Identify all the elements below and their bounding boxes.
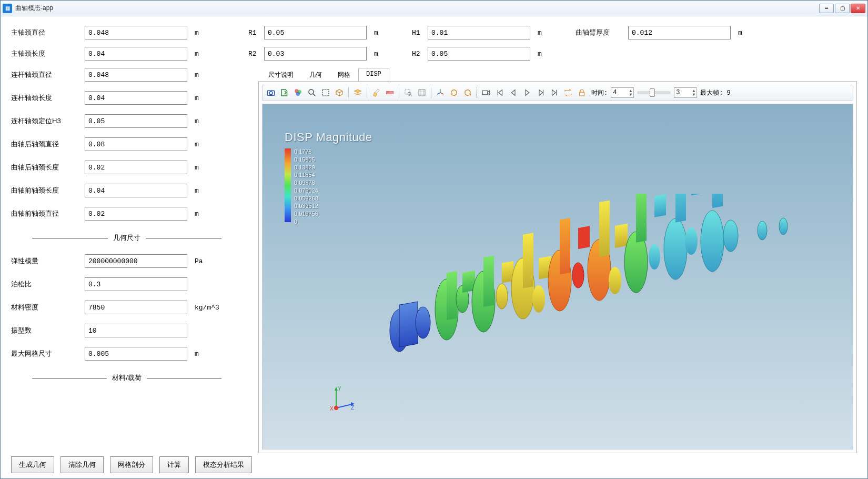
rotate-cw-icon[interactable] — [461, 86, 474, 99]
r2-input[interactable] — [264, 47, 367, 61]
geom-input-2[interactable] — [85, 114, 187, 128]
skip-first-icon[interactable] — [493, 86, 506, 99]
tab-2[interactable]: 网格 — [330, 68, 358, 82]
legend-value: 0.09878 — [294, 179, 318, 186]
play-icon[interactable] — [521, 86, 533, 99]
legend-values: 0.17780.158050.138290.118540.098780.0790… — [294, 148, 318, 225]
close-button[interactable]: ✕ — [851, 4, 865, 13]
field-label: 泊松比 — [11, 280, 85, 289]
main-journal-length-input[interactable] — [85, 47, 187, 61]
step-back-icon[interactable] — [507, 86, 520, 99]
mat-input-4[interactable] — [85, 347, 187, 361]
svg-rect-43 — [691, 194, 704, 195]
rotate-ccw-icon[interactable] — [448, 86, 460, 99]
record-icon[interactable] — [480, 86, 492, 99]
param-label: H1 — [412, 29, 428, 37]
svg-rect-17 — [447, 271, 457, 321]
action-button-2[interactable]: 网格剖分 — [110, 456, 153, 473]
unit-label: m — [187, 50, 211, 58]
unit-label: m — [187, 350, 199, 358]
mat-input-1[interactable] — [85, 277, 187, 291]
axes-icon[interactable] — [434, 86, 447, 99]
svg-point-22 — [496, 284, 508, 309]
svg-text:X: X — [330, 406, 334, 412]
time-spinner[interactable]: 4▲▼ — [611, 87, 634, 98]
legend-colorbar — [285, 148, 291, 222]
action-button-4[interactable]: 模态分析结果 — [195, 456, 252, 473]
legend-title: DISP Magnitude — [285, 131, 372, 144]
field-label: 曲轴前轴颈直径 — [11, 209, 85, 218]
field-label: 曲轴前轴颈长度 — [11, 186, 85, 195]
lock-icon[interactable] — [576, 86, 588, 99]
unit-label: m — [187, 71, 199, 79]
mat-input-3[interactable] — [85, 324, 187, 337]
geom-input-5[interactable] — [85, 184, 187, 197]
unit-label: m — [731, 29, 755, 37]
layers-icon[interactable] — [351, 86, 364, 99]
action-button-0[interactable]: 生成几何 — [11, 456, 54, 473]
step-forward-icon[interactable] — [534, 86, 547, 99]
svg-point-48 — [758, 221, 767, 240]
time-slider[interactable] — [637, 91, 671, 94]
geom-input-4[interactable] — [85, 161, 187, 174]
tab-3[interactable]: DISP — [358, 68, 389, 82]
arm-thickness-input[interactable] — [628, 26, 731, 39]
geom-input-6[interactable] — [85, 207, 187, 221]
unit-label: Pa — [187, 257, 203, 265]
frame-spinner[interactable]: 3▲▼ — [674, 87, 697, 98]
unit-label: m — [367, 29, 391, 37]
action-button-1[interactable]: 清除几何 — [60, 456, 104, 473]
loop-icon[interactable] — [562, 86, 574, 99]
unit-label: m — [530, 50, 554, 58]
zoom-region-icon[interactable] — [402, 86, 415, 99]
svg-rect-12 — [580, 92, 584, 96]
ruler-icon[interactable] — [383, 86, 396, 99]
camera-icon[interactable] — [265, 86, 277, 99]
h2-input[interactable] — [428, 47, 530, 61]
cube-icon[interactable] — [333, 86, 346, 99]
brush-icon[interactable] — [370, 86, 382, 99]
maximize-button[interactable]: ▢ — [835, 4, 850, 13]
h1-input[interactable] — [428, 26, 530, 39]
unit-label: m — [530, 29, 554, 37]
action-button-3[interactable]: 计算 — [159, 456, 189, 473]
mat-input-2[interactable] — [85, 301, 187, 314]
mat-input-0[interactable] — [85, 254, 187, 268]
select-rect-icon[interactable] — [319, 86, 332, 99]
field-label: 振型数 — [11, 326, 85, 335]
svg-point-4 — [296, 92, 300, 96]
tab-0[interactable]: 尺寸说明 — [260, 68, 301, 82]
top-params: 主轴颈直径m R1m H1m 曲轴臂厚度m 主轴颈长度m R2m H2m — [11, 26, 857, 68]
svg-rect-31 — [578, 226, 590, 249]
svg-rect-10 — [419, 89, 425, 96]
geom-input-3[interactable] — [85, 137, 187, 151]
fit-all-icon[interactable] — [416, 86, 428, 99]
param-label: 主轴颈长度 — [11, 49, 85, 58]
svg-point-57 — [334, 406, 338, 410]
legend-value: 0.13829 — [294, 164, 318, 171]
svg-point-44 — [701, 211, 724, 272]
r1-input[interactable] — [264, 26, 367, 39]
svg-rect-39 — [654, 194, 666, 217]
skip-last-icon[interactable] — [548, 86, 561, 99]
svg-rect-11 — [482, 91, 488, 95]
geom-input-1[interactable] — [85, 91, 187, 105]
viewport-3d[interactable]: DISP Magnitude 0.17780.158050.138290.118… — [262, 104, 853, 450]
svg-rect-6 — [322, 89, 329, 96]
svg-point-42 — [685, 227, 698, 255]
export-icon[interactable] — [278, 86, 291, 99]
geom-input-0[interactable] — [85, 68, 187, 82]
svg-point-15 — [416, 307, 430, 338]
palette-icon[interactable] — [292, 86, 305, 99]
legend-value: 0.11854 — [294, 172, 318, 178]
main-journal-diameter-input[interactable] — [85, 26, 187, 39]
tabs: 尺寸说明几何网格DISP — [260, 68, 857, 82]
tab-1[interactable]: 几何 — [301, 68, 330, 82]
left-panel: 连杆轴颈直径m连杆轴颈长度m连杆轴颈定位H3m曲轴后轴颈直径m曲轴后轴颈长度m曲… — [11, 68, 243, 453]
field-label: 连杆轴颈直径 — [11, 70, 85, 79]
zoom-icon[interactable] — [306, 86, 318, 99]
svg-rect-8 — [405, 89, 410, 94]
minimize-button[interactable]: ━ — [819, 4, 834, 13]
param-label: 主轴颈直径 — [11, 28, 85, 37]
action-button-bar: 生成几何清除几何网格剖分计算模态分析结果 — [11, 453, 857, 473]
